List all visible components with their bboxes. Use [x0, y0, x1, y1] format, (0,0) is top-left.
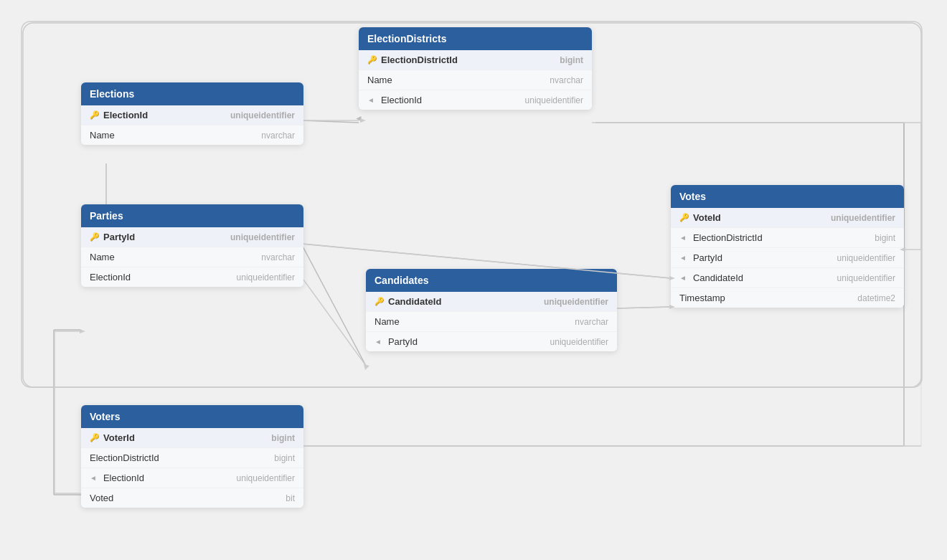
table-electiondistricts-header: ElectionDistricts [359, 27, 592, 50]
fk-arrow-icon: ◄ [90, 474, 97, 482]
table-elections-header: Elections [81, 82, 303, 105]
table-voters: Voters 🔑 VoterId bigint ElectionDistrict… [81, 405, 303, 508]
table-parties: Parties 🔑 PartyId uniqueidentifier Name … [81, 204, 303, 287]
table-candidates-row-candidateid: 🔑 CandidateId uniqueidentifier [366, 292, 617, 312]
fk-arrow-icon: ◄ [367, 96, 374, 104]
table-parties-row-electionid: ElectionId uniqueidentifier [81, 267, 303, 287]
table-candidates: Candidates 🔑 CandidateId uniqueidentifie… [366, 269, 617, 351]
table-voters-header: Voters [81, 405, 303, 428]
table-electiondistricts: ElectionDistricts 🔑 ElectionDistrictId b… [359, 27, 592, 110]
svg-line-8 [617, 307, 671, 308]
table-parties-header: Parties [81, 204, 303, 227]
fk-arrow-icon: ◄ [679, 234, 687, 242]
table-votes-header: Votes [671, 185, 904, 208]
table-voters-row-voterid: 🔑 VoterId bigint [81, 428, 303, 448]
table-candidates-header: Candidates [366, 269, 617, 292]
table-elections-row-name: Name nvarchar [81, 125, 303, 145]
table-votes-row-candidateid: ◄ CandidateId uniqueidentifier [671, 268, 904, 288]
pk-icon: 🔑 [90, 110, 100, 120]
table-elections: Elections 🔑 ElectionId uniqueidentifier … [81, 82, 303, 145]
svg-line-0 [301, 120, 359, 123]
pk-icon: 🔑 [90, 433, 100, 442]
fk-arrow-icon: ◄ [679, 274, 687, 282]
fk-arrow-icon: ◄ [679, 254, 687, 262]
table-candidates-row-partyid: ◄ PartyId uniqueidentifier [366, 332, 617, 351]
pk-icon: 🔑 [90, 232, 100, 242]
table-electiondistricts-row-electionid: ◄ ElectionId uniqueidentifier [359, 90, 592, 110]
table-parties-row-partyid: 🔑 PartyId uniqueidentifier [81, 227, 303, 247]
svg-text:◄: ◄ [354, 113, 363, 123]
svg-line-3 [301, 244, 366, 366]
table-parties-row-name: Name nvarchar [81, 247, 303, 267]
pk-icon: 🔑 [679, 213, 689, 222]
svg-marker-17 [360, 118, 366, 123]
table-votes-row-partyid: ◄ PartyId uniqueidentifier [671, 248, 904, 268]
pk-icon: 🔑 [367, 55, 377, 65]
table-voters-row-electionid: ◄ ElectionId uniqueidentifier [81, 468, 303, 488]
diagram-canvas: ◄ Elections 🔑 ElectionId unique [0, 0, 947, 560]
table-elections-row-electionid: 🔑 ElectionId uniqueidentifier [81, 105, 303, 125]
pk-icon: 🔑 [374, 297, 385, 306]
table-electiondistricts-row-id: 🔑 ElectionDistrictId bigint [359, 50, 592, 70]
fk-arrow-icon: ◄ [374, 338, 382, 346]
table-electiondistricts-row-name: Name nvarchar [359, 70, 592, 90]
table-candidates-row-name: Name nvarchar [366, 312, 617, 332]
table-voters-row-voted: Voted bit [81, 488, 303, 508]
table-votes-row-voteid: 🔑 VoteId uniqueidentifier [671, 208, 904, 228]
svg-line-26 [303, 280, 366, 366]
table-votes-row-electiondistrictid: ◄ ElectionDistrictId bigint [671, 228, 904, 248]
svg-marker-27 [364, 364, 369, 370]
svg-line-24 [617, 307, 671, 308]
table-votes-row-timestamp: Timestamp datetime2 [671, 288, 904, 308]
table-votes: Votes 🔑 VoteId uniqueidentifier ◄ Electi… [671, 185, 904, 308]
svg-marker-34 [80, 329, 85, 333]
table-voters-row-electiondistrictid: ElectionDistrictId bigint [81, 448, 303, 468]
